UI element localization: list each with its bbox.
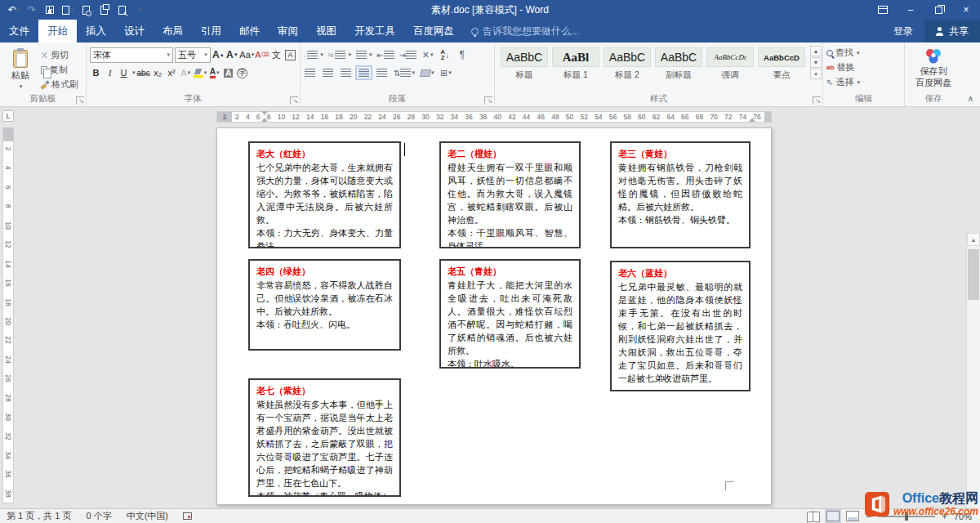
clipboard-dialog-launcher[interactable]: ↘ (76, 96, 84, 105)
scrollbar-thumb[interactable] (968, 249, 979, 300)
paste-button[interactable]: 粘贴 ▾ (3, 46, 38, 93)
hanging-indent-marker[interactable] (261, 118, 268, 122)
asian-layout-button[interactable]: ✕▾ (421, 47, 434, 62)
font-dialog-launcher[interactable]: ↘ (290, 96, 298, 105)
justify-button[interactable] (358, 65, 370, 80)
save-button[interactable] (42, 2, 57, 17)
shading-button[interactable]: ▾ (421, 65, 434, 80)
vertical-ruler[interactable]: 2468101214161820222426283032343638 (2, 127, 14, 503)
undo-button[interactable]: ↶▾ (7, 2, 21, 17)
italic-button[interactable]: I (104, 65, 116, 80)
font-family-combo[interactable]: 宋体▾ (90, 47, 173, 63)
print-layout-button[interactable] (826, 511, 840, 521)
cut-button[interactable]: 剪切 (41, 49, 78, 61)
first-line-indent-marker[interactable] (261, 111, 268, 115)
textbox-brother7[interactable]: 老七（紫娃） 紫娃虽然没有多大本事，但他手上有一个宝葫芦，据说是当年太上老君盛丹… (248, 378, 401, 497)
web-layout-button[interactable] (846, 511, 859, 521)
character-border-button[interactable]: A (284, 47, 296, 62)
ribbon-display-options-button[interactable] (869, 0, 897, 20)
save-to-baidu-button[interactable]: 保存到 百度网盘 (915, 46, 951, 88)
qat-customize-button[interactable]: ▾ (132, 2, 147, 17)
tab-home[interactable]: 开始 (38, 20, 77, 42)
bold-button[interactable]: B (90, 65, 102, 80)
tab-baidu-netdisk[interactable]: 百度网盘 (404, 20, 463, 42)
tab-review[interactable]: 审阅 (269, 20, 307, 42)
style-card-subtitle[interactable]: AaBbC副标题 (654, 47, 703, 92)
underline-button[interactable]: U (118, 65, 130, 80)
font-size-combo[interactable]: 五号▾ (175, 47, 211, 63)
superscript-button[interactable]: x² (166, 65, 178, 80)
tab-view[interactable]: 视图 (307, 20, 345, 42)
enclose-characters-button[interactable]: 字 (236, 65, 248, 80)
distribute-button[interactable] (376, 65, 388, 80)
align-right-button[interactable] (340, 65, 352, 80)
borders-button[interactable]: ⊞▾ (439, 65, 452, 80)
style-gallery-more-button[interactable]: ▾ (810, 69, 822, 79)
textbox-brother4[interactable]: 老四（绿娃） 非常容易愤怒，容不得敌人战胜自己。但他误饮冷泉酒，被冻在石冰中。后… (248, 259, 401, 351)
collapse-ribbon-button[interactable]: ∧ (968, 94, 973, 103)
copy-button[interactable]: 复制 (41, 64, 78, 76)
textbox-brother3[interactable]: 老三（黄娃） 黄娃拥有钢筋铁骨，刀枪剑戟对他毫无伤害。用头击碎了妖怪的魔镜，但因… (610, 141, 751, 248)
multilevel-list-button[interactable]: ▾ (356, 47, 372, 62)
style-card-emphasis[interactable]: AaBbCcDt强调 (706, 47, 755, 92)
subscript-button[interactable]: x₂ (152, 65, 164, 80)
shrink-font-button[interactable]: A▼ (226, 47, 238, 62)
show-hide-marks-button[interactable]: ¶ (456, 47, 468, 62)
find-button[interactable]: 查找▾ (826, 47, 901, 59)
align-center-button[interactable] (322, 65, 334, 80)
style-card-strong[interactable]: AaBbCcD要点 (757, 47, 806, 92)
replace-button[interactable]: ab替换 (826, 61, 901, 74)
decrease-indent-button[interactable]: ⇤ (376, 47, 394, 62)
touch-mode-button[interactable] (114, 2, 129, 17)
textbox-brother2[interactable]: 老二（橙娃） 橙娃天生拥有一双千里眼和顺风耳，妖怪的一切信息都瞒不住他。而为救大… (439, 141, 581, 248)
increase-indent-button[interactable]: ⇥ (399, 47, 416, 62)
textbox-brother5[interactable]: 老五（青娃） 青娃肚子大，能把大河里的水全吸进去，吐出来可淹死敌人。酒量很大，难… (439, 259, 581, 369)
style-card-title[interactable]: AaBbC标题 (500, 47, 549, 92)
format-painter-button[interactable]: 格式刷 (41, 78, 78, 91)
scroll-up-button[interactable]: ▲ (967, 233, 980, 246)
underline-dropdown-icon[interactable]: ▾ (132, 69, 136, 76)
redo-button[interactable]: ↷ (24, 2, 39, 17)
minimize-button[interactable]: – (897, 0, 924, 20)
right-indent-marker[interactable] (749, 118, 755, 122)
textbox-brother6[interactable]: 老六（蓝娃） 七兄弟中最灵敏、最聪明的就是蓝娃，他的隐身本领使妖怪束手无策。在没… (610, 261, 751, 391)
tell-me-box[interactable]: 告诉我您想要做什么... (471, 20, 579, 42)
clear-formatting-button[interactable]: A⌫ (256, 47, 269, 62)
sign-in-button[interactable]: 登录 (882, 20, 924, 42)
tab-mailings[interactable]: 邮件 (230, 20, 269, 42)
share-button[interactable]: 共享 (924, 20, 980, 42)
tab-insert[interactable]: 插入 (77, 20, 115, 42)
word-count[interactable]: 0 个字 (86, 510, 111, 522)
style-card-heading1[interactable]: AaBl标题 1 (551, 47, 600, 92)
numbering-button[interactable]: ½▾ (328, 47, 351, 62)
close-button[interactable]: × (952, 0, 980, 20)
paragraph-dialog-launcher[interactable]: ↘ (484, 96, 492, 105)
styles-dialog-launcher[interactable]: ↘ (813, 96, 821, 105)
tab-developer[interactable]: 开发工具 (345, 20, 404, 42)
change-case-button[interactable]: Aa▾ (240, 47, 254, 62)
document-page[interactable]: 老大（红娃） 七个兄弟中的老大哥，生来就拥有强大的力量，身体可以随意变大或缩小。… (216, 127, 772, 505)
select-button[interactable]: ⇖选择▾ (826, 76, 901, 88)
strikethrough-button[interactable]: abc (137, 65, 150, 80)
text-effects-button[interactable]: A▾ (180, 65, 192, 80)
tab-references[interactable]: 引用 (192, 20, 230, 42)
line-spacing-button[interactable]: ⇅▾ (394, 65, 415, 80)
print-preview-button[interactable] (78, 2, 93, 17)
tab-design[interactable]: 设计 (115, 20, 154, 42)
sort-button[interactable]: AZ↓ (439, 47, 451, 62)
font-color-button[interactable]: A▾ (208, 65, 220, 80)
language-indicator[interactable]: 中文(中国) (127, 510, 168, 522)
style-scroll-down-button[interactable]: ▼ (810, 57, 822, 68)
phonetic-guide-button[interactable]: 文 (270, 47, 283, 62)
tab-file[interactable]: 文件 (0, 20, 38, 42)
style-card-heading2[interactable]: AaBbC标题 2 (603, 47, 652, 92)
textbox-brother1[interactable]: 老大（红娃） 七个兄弟中的老大哥，生来就拥有强大的力量，身体可以随意变大或缩小。… (248, 141, 401, 248)
quick-print-button[interactable]: ▾ (60, 2, 75, 17)
align-left-button[interactable] (304, 65, 316, 80)
macro-record-icon[interactable] (183, 512, 192, 520)
tab-stop-selector[interactable]: L (2, 110, 14, 122)
style-scroll-up-button[interactable]: ▲ (810, 46, 822, 56)
read-mode-button[interactable] (807, 511, 820, 521)
highlight-button[interactable]: ▾ (194, 65, 207, 80)
page-indicator[interactable]: 第 1 页，共 1 页 (7, 510, 71, 522)
